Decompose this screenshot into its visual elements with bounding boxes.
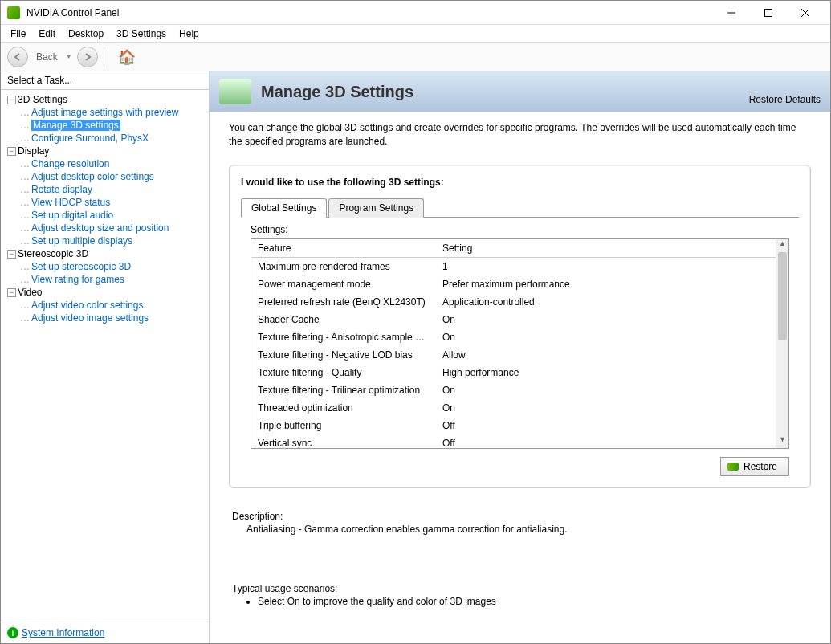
table-row[interactable]: Texture filtering - Anisotropic sample o… — [251, 328, 776, 346]
tree-bullet-icon: … — [20, 120, 30, 131]
tree-link[interactable]: Adjust image settings with preview — [31, 107, 178, 118]
scroll-down-icon[interactable]: ▼ — [776, 435, 788, 448]
maximize-button[interactable] — [750, 1, 787, 25]
minimize-button[interactable] — [713, 1, 750, 25]
menu-desktop[interactable]: Desktop — [62, 26, 110, 41]
table-row[interactable]: Texture filtering - Trilinear optimizati… — [251, 381, 776, 399]
tree-link[interactable]: Adjust desktop size and position — [31, 222, 169, 234]
expander-icon[interactable]: − — [7, 288, 16, 297]
tree-link[interactable]: Change resolution — [31, 158, 109, 169]
menu-file[interactable]: File — [4, 26, 32, 41]
back-button[interactable] — [7, 47, 28, 67]
tree-bullet-icon: … — [20, 235, 30, 247]
table-row[interactable]: Vertical syncOff — [251, 434, 776, 448]
tree-link[interactable]: Manage 3D settings — [31, 120, 120, 131]
svg-rect-1 — [765, 9, 772, 16]
task-tree: −3D Settings…Adjust image settings with … — [1, 90, 209, 622]
table-row[interactable]: Texture filtering - QualityHigh performa… — [251, 364, 776, 381]
intro-text: You can change the global 3D settings an… — [229, 121, 811, 149]
tree-category[interactable]: −Display — [7, 145, 206, 157]
content-area: You can change the global 3D settings an… — [210, 112, 830, 643]
feature-cell: Power management mode — [251, 277, 436, 291]
tree-bullet-icon: … — [20, 261, 30, 272]
tree-category[interactable]: −3D Settings — [7, 93, 206, 106]
menu-3d-settings[interactable]: 3D Settings — [110, 26, 173, 41]
usage-item: Select On to improve the quality and col… — [258, 596, 808, 607]
system-information-link[interactable]: System Information — [22, 627, 104, 638]
description-text: Antialiasing - Gamma correction enables … — [232, 524, 808, 535]
panel-label: I would like to use the following 3D set… — [241, 177, 799, 188]
feature-cell: Maximum pre-rendered frames — [251, 259, 436, 274]
nvidia-logo-icon — [727, 463, 739, 471]
back-label: Back — [36, 51, 58, 63]
table-row[interactable]: Preferred refresh rate (BenQ XL2430T)App… — [251, 293, 776, 311]
info-icon: i — [7, 627, 18, 638]
column-feature[interactable]: Feature — [251, 239, 436, 257]
tree-link[interactable]: Adjust video image settings — [31, 312, 149, 324]
tree-link[interactable]: Set up stereoscopic 3D — [31, 261, 131, 272]
table-row[interactable]: Shader CacheOn — [251, 311, 776, 328]
table-row[interactable]: Texture filtering - Negative LOD biasAll… — [251, 346, 776, 364]
tree-category[interactable]: −Stereoscopic 3D — [7, 247, 206, 260]
header-banner: Manage 3D Settings Restore Defaults — [210, 71, 830, 112]
back-dropdown-icon[interactable]: ▼ — [66, 53, 72, 60]
window-title: NVIDIA Control Panel — [26, 7, 713, 18]
table-row[interactable]: Maximum pre-rendered frames1 — [251, 258, 776, 275]
tree-category[interactable]: −Video — [7, 286, 206, 299]
table-row[interactable]: Threaded optimizationOn — [251, 399, 776, 417]
restore-button[interactable]: Restore — [720, 457, 789, 476]
tab-program-settings[interactable]: Program Settings — [328, 198, 424, 218]
setting-cell: Off — [436, 418, 776, 433]
close-button[interactable] — [787, 1, 824, 25]
table-row[interactable]: Power management modePrefer maximum perf… — [251, 275, 776, 293]
tree-link[interactable]: Set up digital audio — [31, 210, 113, 221]
setting-cell: Application-controlled — [436, 295, 776, 309]
scroll-up-icon[interactable]: ▲ — [776, 239, 788, 252]
tree-bullet-icon: … — [20, 107, 30, 118]
expander-icon[interactable]: − — [7, 250, 16, 259]
settings-panel: I would like to use the following 3D set… — [229, 165, 811, 488]
tree-category-label: Stereoscopic 3D — [18, 248, 88, 259]
menu-help[interactable]: Help — [173, 26, 206, 41]
tab-global-settings[interactable]: Global Settings — [241, 198, 327, 218]
menu-edit[interactable]: Edit — [32, 26, 62, 41]
setting-cell: Allow — [436, 348, 776, 362]
description-section: Description: Antialiasing - Gamma correc… — [229, 511, 811, 535]
scrollbar[interactable]: ▲ ▼ — [776, 239, 788, 448]
setting-cell: On — [436, 330, 776, 344]
settings-label: Settings: — [251, 224, 799, 235]
nvidia-app-icon — [7, 6, 20, 19]
home-icon[interactable]: 🏠 — [118, 48, 136, 66]
feature-cell: Triple buffering — [251, 418, 436, 433]
tree-link[interactable]: Adjust video color settings — [31, 300, 143, 311]
tree-link[interactable]: Configure Surround, PhysX — [31, 132, 149, 144]
tree-bullet-icon: … — [20, 222, 30, 234]
expander-icon[interactable]: − — [7, 147, 16, 156]
scroll-thumb[interactable] — [778, 252, 787, 340]
tree-category-label: 3D Settings — [18, 94, 67, 105]
tree-link[interactable]: View HDCP status — [31, 197, 110, 208]
tree-link[interactable]: Adjust desktop color settings — [31, 171, 154, 182]
setting-cell: Prefer maximum performance — [436, 277, 776, 291]
table-row[interactable]: Triple bufferingOff — [251, 417, 776, 434]
column-setting[interactable]: Setting — [436, 239, 776, 257]
tree-category-label: Display — [18, 145, 49, 157]
tree-bullet-icon: … — [20, 312, 30, 324]
forward-button[interactable] — [77, 47, 98, 67]
expander-icon[interactable]: − — [7, 96, 16, 104]
tree-bullet-icon: … — [20, 184, 30, 195]
titlebar: NVIDIA Control Panel — [1, 1, 830, 25]
tree-link[interactable]: Rotate display — [31, 184, 92, 195]
tree-bullet-icon: … — [20, 210, 30, 221]
tree-bullet-icon: … — [20, 132, 30, 144]
tabs: Global Settings Program Settings — [241, 198, 799, 218]
restore-defaults-link[interactable]: Restore Defaults — [749, 94, 821, 105]
usage-label: Typical usage scenarios: — [232, 583, 808, 594]
tree-bullet-icon: … — [20, 171, 30, 182]
tree-link[interactable]: Set up multiple displays — [31, 235, 132, 247]
tree-link[interactable]: View rating for games — [31, 274, 124, 285]
setting-cell: 1 — [436, 259, 776, 274]
setting-cell: On — [436, 401, 776, 415]
sidebar-footer: i System Information — [1, 622, 209, 643]
sidebar-header: Select a Task... — [1, 71, 209, 90]
